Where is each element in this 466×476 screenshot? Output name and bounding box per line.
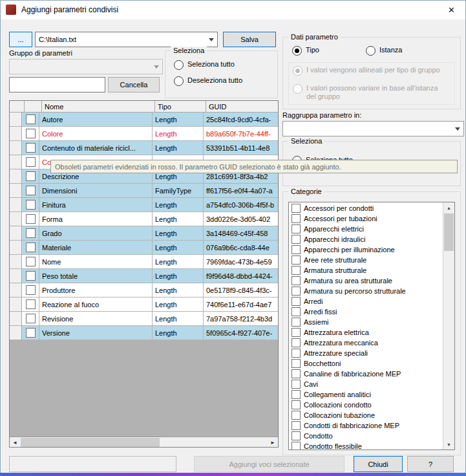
table-row[interactable]: ColoreLengthb89a650f-7b7e-44ff- (10, 127, 278, 141)
category-checkbox[interactable] (291, 421, 301, 430)
row-selector[interactable] (10, 283, 22, 298)
row-checkbox-cell[interactable] (22, 269, 39, 283)
row-checkbox-cell[interactable] (22, 141, 39, 155)
row-checkbox[interactable] (26, 285, 36, 295)
category-item[interactable]: Attrezzatura meccanica (289, 338, 443, 348)
filter-input[interactable] (9, 77, 105, 92)
category-checkbox[interactable] (291, 276, 301, 285)
category-checkbox[interactable] (291, 359, 301, 368)
close-button[interactable]: ✕ (437, 0, 466, 19)
checkbox-column-header[interactable] (25, 101, 42, 113)
browse-button[interactable]: ... (9, 32, 32, 47)
radio-select-all[interactable]: Seleziona tutto (174, 60, 235, 70)
chevron-down-icon[interactable] (452, 122, 463, 136)
scrollbar-thumb[interactable] (21, 438, 160, 447)
row-checkbox[interactable] (26, 129, 36, 138)
category-item[interactable]: Condotto (289, 431, 443, 441)
row-selector[interactable] (10, 198, 22, 212)
table-row[interactable]: Reazione al fuocoLength740f6e11-e67d-4ae… (10, 298, 278, 312)
row-checkbox[interactable] (26, 257, 36, 266)
row-selector[interactable] (10, 113, 22, 127)
category-item[interactable]: Armatura su area strutturale (289, 276, 443, 286)
row-checkbox[interactable] (26, 171, 36, 181)
row-checkbox-cell[interactable] (22, 155, 39, 169)
column-header-guid[interactable]: GUID (206, 101, 278, 113)
category-checkbox[interactable] (291, 411, 301, 420)
row-checkbox[interactable] (26, 143, 36, 153)
category-item[interactable]: Armatura strutturale (289, 265, 443, 276)
radio-tipo[interactable]: Tipo (292, 46, 319, 56)
horizontal-scrollbar[interactable]: ◄ ► (10, 437, 278, 447)
row-selector[interactable] (10, 255, 22, 269)
category-checkbox[interactable] (291, 307, 301, 316)
category-checkbox[interactable] (291, 297, 301, 306)
category-checkbox[interactable] (291, 235, 301, 244)
help-button[interactable]: ? (407, 456, 454, 472)
row-checkbox-cell[interactable] (22, 255, 39, 269)
table-row[interactable]: NomeLength7969fdac-473b-4e59 (10, 255, 278, 269)
category-checkbox[interactable] (291, 400, 301, 409)
column-header-nome[interactable]: Nome (42, 101, 155, 113)
category-item[interactable]: Apparecchi per illuminazione (289, 244, 443, 255)
row-checkbox-cell[interactable] (22, 312, 39, 326)
radio-deselect-all[interactable]: Deseleziona tutto (174, 76, 242, 86)
table-row[interactable]: DimensioniFamilyTypeff617f56-e0f4-4a07-a (10, 184, 278, 198)
category-item[interactable]: Accessori per tubazioni (289, 213, 443, 224)
footer-left-button[interactable] (9, 456, 176, 472)
category-item[interactable]: Arredi fissi (289, 307, 443, 317)
table-row[interactable]: RevisioneLength7a97a758-f212-4b3d (10, 312, 278, 326)
category-checkbox[interactable] (291, 245, 301, 254)
table-row[interactable]: Peso totaleLengthf9f96d48-dbbd-4424- (10, 269, 278, 283)
row-checkbox[interactable] (26, 271, 36, 281)
category-checkbox[interactable] (291, 328, 301, 337)
row-checkbox-cell[interactable] (22, 283, 39, 298)
row-checkbox-cell[interactable] (22, 326, 39, 340)
row-checkbox[interactable] (26, 214, 36, 224)
row-selector[interactable] (10, 141, 22, 155)
row-checkbox[interactable] (26, 314, 36, 323)
scroll-left-icon[interactable]: ◄ (10, 438, 20, 447)
table-row[interactable]: Contenuto di materiale ricicl...Length53… (10, 141, 278, 155)
row-checkbox-cell[interactable] (22, 212, 39, 226)
category-checkbox[interactable] (291, 338, 301, 347)
category-item[interactable]: Cavi (289, 379, 443, 389)
category-item[interactable]: Condotto flessibile (289, 441, 443, 450)
category-item[interactable]: Assiemi (289, 317, 443, 327)
row-selector[interactable] (10, 298, 22, 312)
category-checkbox[interactable] (291, 204, 301, 213)
column-header-tipo[interactable]: Tipo (155, 101, 206, 113)
row-checkbox[interactable] (26, 186, 36, 195)
row-checkbox[interactable] (26, 114, 36, 124)
scroll-right-icon[interactable]: ► (268, 438, 278, 447)
row-checkbox-cell[interactable] (22, 198, 39, 212)
radio-istanza[interactable]: Istanza (366, 46, 402, 56)
row-selector[interactable] (10, 155, 22, 169)
table-row[interactable]: AutoreLength25c84fcd-9cd0-4cfa- (10, 113, 278, 127)
category-checkbox[interactable] (291, 349, 301, 358)
row-selector[interactable] (10, 169, 22, 184)
category-checkbox[interactable] (291, 318, 301, 327)
category-item[interactable]: Collegamenti analitici (289, 389, 443, 400)
row-selector[interactable] (10, 241, 22, 255)
row-selector[interactable] (10, 326, 22, 340)
row-selector[interactable] (10, 226, 22, 241)
category-item[interactable]: Collocazioni condotto (289, 400, 443, 410)
table-row[interactable]: FinituraLengtha754dfc0-306b-4f5f-b (10, 198, 278, 212)
row-checkbox-cell[interactable] (22, 184, 39, 198)
row-checkbox[interactable] (26, 200, 36, 210)
chevron-down-icon[interactable] (206, 32, 217, 47)
category-checkbox[interactable] (291, 380, 301, 389)
row-selector[interactable] (10, 127, 22, 141)
row-checkbox[interactable] (26, 328, 36, 338)
category-item[interactable]: Bocchettoni (289, 358, 443, 369)
row-checkbox[interactable] (26, 157, 36, 167)
row-checkbox[interactable] (26, 228, 36, 238)
file-path-combo[interactable]: C:\Italian.txt (35, 32, 218, 47)
category-item[interactable]: Arredi (289, 296, 443, 307)
row-checkbox-cell[interactable] (22, 169, 39, 184)
category-item[interactable]: Canaline di fabbricazione MEP (289, 369, 443, 379)
scroll-up-icon[interactable]: ▲ (443, 202, 454, 213)
category-checkbox[interactable] (291, 266, 301, 275)
row-selector[interactable] (10, 269, 22, 283)
row-checkbox[interactable] (26, 243, 36, 252)
